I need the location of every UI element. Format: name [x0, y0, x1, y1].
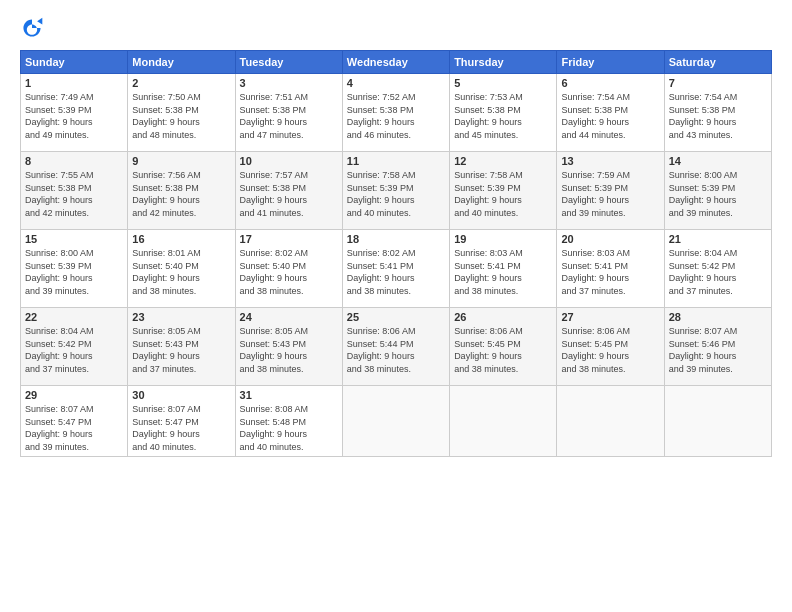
day-info: Sunrise: 8:00 AMSunset: 5:39 PMDaylight:…	[669, 169, 767, 219]
calendar-cell: 13Sunrise: 7:59 AMSunset: 5:39 PMDayligh…	[557, 152, 664, 230]
calendar-cell: 15Sunrise: 8:00 AMSunset: 5:39 PMDayligh…	[21, 230, 128, 308]
day-number: 6	[561, 77, 659, 89]
calendar-cell: 26Sunrise: 8:06 AMSunset: 5:45 PMDayligh…	[450, 308, 557, 386]
day-info: Sunrise: 8:05 AMSunset: 5:43 PMDaylight:…	[240, 325, 338, 375]
calendar-week-row: 15Sunrise: 8:00 AMSunset: 5:39 PMDayligh…	[21, 230, 772, 308]
day-info: Sunrise: 8:07 AMSunset: 5:46 PMDaylight:…	[669, 325, 767, 375]
day-info: Sunrise: 7:58 AMSunset: 5:39 PMDaylight:…	[347, 169, 445, 219]
day-info: Sunrise: 8:07 AMSunset: 5:47 PMDaylight:…	[132, 403, 230, 453]
col-header-saturday: Saturday	[664, 51, 771, 74]
day-info: Sunrise: 8:02 AMSunset: 5:40 PMDaylight:…	[240, 247, 338, 297]
calendar-table: SundayMondayTuesdayWednesdayThursdayFrid…	[20, 50, 772, 457]
day-number: 11	[347, 155, 445, 167]
day-info: Sunrise: 8:04 AMSunset: 5:42 PMDaylight:…	[669, 247, 767, 297]
day-info: Sunrise: 7:57 AMSunset: 5:38 PMDaylight:…	[240, 169, 338, 219]
calendar-cell: 28Sunrise: 8:07 AMSunset: 5:46 PMDayligh…	[664, 308, 771, 386]
col-header-wednesday: Wednesday	[342, 51, 449, 74]
day-number: 15	[25, 233, 123, 245]
calendar-cell: 21Sunrise: 8:04 AMSunset: 5:42 PMDayligh…	[664, 230, 771, 308]
day-info: Sunrise: 8:02 AMSunset: 5:41 PMDaylight:…	[347, 247, 445, 297]
day-info: Sunrise: 8:00 AMSunset: 5:39 PMDaylight:…	[25, 247, 123, 297]
calendar-cell: 9Sunrise: 7:56 AMSunset: 5:38 PMDaylight…	[128, 152, 235, 230]
calendar-week-row: 22Sunrise: 8:04 AMSunset: 5:42 PMDayligh…	[21, 308, 772, 386]
calendar-cell: 7Sunrise: 7:54 AMSunset: 5:38 PMDaylight…	[664, 74, 771, 152]
col-header-sunday: Sunday	[21, 51, 128, 74]
day-info: Sunrise: 7:49 AMSunset: 5:39 PMDaylight:…	[25, 91, 123, 141]
calendar-header-row: SundayMondayTuesdayWednesdayThursdayFrid…	[21, 51, 772, 74]
calendar-week-row: 29Sunrise: 8:07 AMSunset: 5:47 PMDayligh…	[21, 386, 772, 457]
day-info: Sunrise: 8:06 AMSunset: 5:45 PMDaylight:…	[454, 325, 552, 375]
day-number: 23	[132, 311, 230, 323]
calendar-cell: 3Sunrise: 7:51 AMSunset: 5:38 PMDaylight…	[235, 74, 342, 152]
day-number: 7	[669, 77, 767, 89]
day-number: 4	[347, 77, 445, 89]
day-info: Sunrise: 7:56 AMSunset: 5:38 PMDaylight:…	[132, 169, 230, 219]
header	[20, 16, 772, 40]
day-number: 10	[240, 155, 338, 167]
day-info: Sunrise: 7:52 AMSunset: 5:38 PMDaylight:…	[347, 91, 445, 141]
col-header-thursday: Thursday	[450, 51, 557, 74]
calendar-cell: 14Sunrise: 8:00 AMSunset: 5:39 PMDayligh…	[664, 152, 771, 230]
day-number: 27	[561, 311, 659, 323]
calendar-cell	[557, 386, 664, 457]
calendar-cell: 20Sunrise: 8:03 AMSunset: 5:41 PMDayligh…	[557, 230, 664, 308]
calendar-cell: 8Sunrise: 7:55 AMSunset: 5:38 PMDaylight…	[21, 152, 128, 230]
day-number: 21	[669, 233, 767, 245]
day-number: 20	[561, 233, 659, 245]
day-number: 25	[347, 311, 445, 323]
calendar-cell: 5Sunrise: 7:53 AMSunset: 5:38 PMDaylight…	[450, 74, 557, 152]
calendar-cell: 4Sunrise: 7:52 AMSunset: 5:38 PMDaylight…	[342, 74, 449, 152]
calendar-cell: 22Sunrise: 8:04 AMSunset: 5:42 PMDayligh…	[21, 308, 128, 386]
day-info: Sunrise: 8:08 AMSunset: 5:48 PMDaylight:…	[240, 403, 338, 453]
day-number: 2	[132, 77, 230, 89]
day-info: Sunrise: 7:59 AMSunset: 5:39 PMDaylight:…	[561, 169, 659, 219]
calendar-cell: 11Sunrise: 7:58 AMSunset: 5:39 PMDayligh…	[342, 152, 449, 230]
col-header-friday: Friday	[557, 51, 664, 74]
day-number: 14	[669, 155, 767, 167]
calendar-cell	[450, 386, 557, 457]
calendar-cell	[342, 386, 449, 457]
day-info: Sunrise: 7:55 AMSunset: 5:38 PMDaylight:…	[25, 169, 123, 219]
calendar-cell: 1Sunrise: 7:49 AMSunset: 5:39 PMDaylight…	[21, 74, 128, 152]
day-number: 30	[132, 389, 230, 401]
day-number: 18	[347, 233, 445, 245]
day-info: Sunrise: 8:03 AMSunset: 5:41 PMDaylight:…	[561, 247, 659, 297]
day-info: Sunrise: 8:07 AMSunset: 5:47 PMDaylight:…	[25, 403, 123, 453]
day-number: 8	[25, 155, 123, 167]
day-info: Sunrise: 8:05 AMSunset: 5:43 PMDaylight:…	[132, 325, 230, 375]
day-info: Sunrise: 7:54 AMSunset: 5:38 PMDaylight:…	[561, 91, 659, 141]
calendar-cell: 2Sunrise: 7:50 AMSunset: 5:38 PMDaylight…	[128, 74, 235, 152]
day-info: Sunrise: 8:01 AMSunset: 5:40 PMDaylight:…	[132, 247, 230, 297]
calendar-cell: 16Sunrise: 8:01 AMSunset: 5:40 PMDayligh…	[128, 230, 235, 308]
day-number: 22	[25, 311, 123, 323]
day-number: 28	[669, 311, 767, 323]
calendar-cell: 25Sunrise: 8:06 AMSunset: 5:44 PMDayligh…	[342, 308, 449, 386]
day-number: 9	[132, 155, 230, 167]
calendar-cell: 12Sunrise: 7:58 AMSunset: 5:39 PMDayligh…	[450, 152, 557, 230]
day-info: Sunrise: 7:53 AMSunset: 5:38 PMDaylight:…	[454, 91, 552, 141]
day-info: Sunrise: 7:54 AMSunset: 5:38 PMDaylight:…	[669, 91, 767, 141]
calendar-week-row: 8Sunrise: 7:55 AMSunset: 5:38 PMDaylight…	[21, 152, 772, 230]
day-info: Sunrise: 8:06 AMSunset: 5:44 PMDaylight:…	[347, 325, 445, 375]
day-info: Sunrise: 8:03 AMSunset: 5:41 PMDaylight:…	[454, 247, 552, 297]
calendar-cell: 29Sunrise: 8:07 AMSunset: 5:47 PMDayligh…	[21, 386, 128, 457]
calendar-cell: 31Sunrise: 8:08 AMSunset: 5:48 PMDayligh…	[235, 386, 342, 457]
day-number: 17	[240, 233, 338, 245]
day-number: 5	[454, 77, 552, 89]
day-info: Sunrise: 7:51 AMSunset: 5:38 PMDaylight:…	[240, 91, 338, 141]
day-number: 13	[561, 155, 659, 167]
calendar-cell: 24Sunrise: 8:05 AMSunset: 5:43 PMDayligh…	[235, 308, 342, 386]
col-header-tuesday: Tuesday	[235, 51, 342, 74]
day-number: 26	[454, 311, 552, 323]
page: SundayMondayTuesdayWednesdayThursdayFrid…	[0, 0, 792, 612]
logo	[20, 16, 48, 40]
calendar-cell: 30Sunrise: 8:07 AMSunset: 5:47 PMDayligh…	[128, 386, 235, 457]
day-number: 29	[25, 389, 123, 401]
col-header-monday: Monday	[128, 51, 235, 74]
day-info: Sunrise: 7:50 AMSunset: 5:38 PMDaylight:…	[132, 91, 230, 141]
calendar-week-row: 1Sunrise: 7:49 AMSunset: 5:39 PMDaylight…	[21, 74, 772, 152]
day-number: 16	[132, 233, 230, 245]
calendar-cell: 6Sunrise: 7:54 AMSunset: 5:38 PMDaylight…	[557, 74, 664, 152]
day-info: Sunrise: 7:58 AMSunset: 5:39 PMDaylight:…	[454, 169, 552, 219]
day-number: 3	[240, 77, 338, 89]
